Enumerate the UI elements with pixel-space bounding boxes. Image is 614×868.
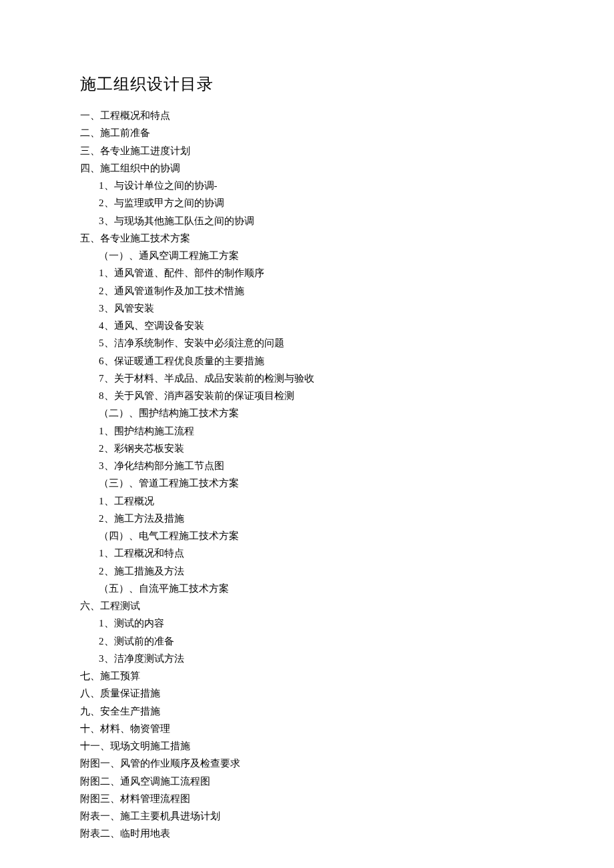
toc-entry: 1、围护结构施工流程 [99, 422, 534, 440]
toc-entry: 七、施工预算 [80, 667, 534, 685]
toc-entry: 一、工程概况和特点 [80, 107, 534, 124]
toc-entry: 附表二、临时用地表 [80, 825, 534, 842]
toc-entry: 6、保证暖通工程优良质量的主要措施 [99, 352, 534, 370]
toc-entry: 六、工程测试 [80, 597, 534, 614]
toc-entry: 1、工程概况和特点 [99, 544, 534, 562]
toc-entry: 八、质量保证措施 [80, 685, 534, 702]
toc-entry: 2、彩钢夹芯板安装 [99, 440, 534, 457]
toc-entry: 附图一、风管的作业顺序及检查要求 [80, 755, 534, 772]
toc-entry: 8、关于风管、消声器安装前的保证项目检测 [99, 387, 534, 404]
toc-entry: 四、施工组织中的协调 [80, 159, 534, 177]
toc-entry: 附表一、施工主要机具进场计划 [80, 807, 534, 825]
toc-entry: 附图三、材料管理流程图 [80, 790, 534, 807]
table-of-contents: 一、工程概况和特点二、施工前准备三、各专业施工进度计划四、施工组织中的协调1、与… [80, 107, 534, 843]
toc-entry: 十一、现场文明施工措施 [80, 737, 534, 755]
toc-entry: 二、施工前准备 [80, 124, 534, 141]
toc-entry: 2、施工方法及措施 [99, 510, 534, 527]
toc-entry: 2、通风管道制作及加工技术惜施 [99, 282, 534, 300]
toc-entry: （三）、管道工程施工技术方案 [99, 474, 534, 492]
toc-entry: 九、安全生产措施 [80, 703, 534, 720]
toc-entry: 2、施工措施及方法 [99, 562, 534, 580]
toc-entry: 4、通风、空调设备安装 [99, 317, 534, 334]
toc-entry: 3、净化结构部分施工节点图 [99, 457, 534, 474]
toc-entry: 2、与监理或甲方之间的协调 [99, 194, 534, 211]
toc-entry: （四）、电气工程施工技术方案 [99, 527, 534, 544]
toc-entry: 十、材料、物资管理 [80, 720, 534, 737]
toc-entry: 1、测试的内容 [99, 614, 534, 632]
toc-entry: （一）、通风空调工程施工方案 [99, 247, 534, 264]
toc-entry: （五）、自流平施工技术方案 [99, 580, 534, 597]
toc-entry: 2、测试前的准备 [99, 632, 534, 650]
document-title: 施工组织设计目录 [80, 73, 534, 95]
toc-entry: 五、各专业施工技术方案 [80, 230, 534, 247]
toc-entry: 3、洁净度测试方法 [99, 650, 534, 667]
toc-entry: 1、与设计单位之间的协调- [99, 177, 534, 194]
toc-entry: 附图二、通风空调施工流程图 [80, 773, 534, 790]
toc-entry: 5、洁净系统制作、安装中必须注意的问题 [99, 334, 534, 352]
toc-entry: 3、与现场其他施工队伍之间的协调 [99, 212, 534, 230]
toc-entry: 1、工程概况 [99, 492, 534, 510]
toc-entry: 1、通风管道、配件、部件的制作顺序 [99, 264, 534, 282]
toc-entry: 7、关于材料、半成品、成品安装前的检测与验收 [99, 370, 534, 387]
toc-entry: （二）、围护结构施工技术方案 [99, 404, 534, 422]
toc-entry: 3、风管安装 [99, 300, 534, 317]
toc-entry: 三、各专业施工进度计划 [80, 142, 534, 159]
